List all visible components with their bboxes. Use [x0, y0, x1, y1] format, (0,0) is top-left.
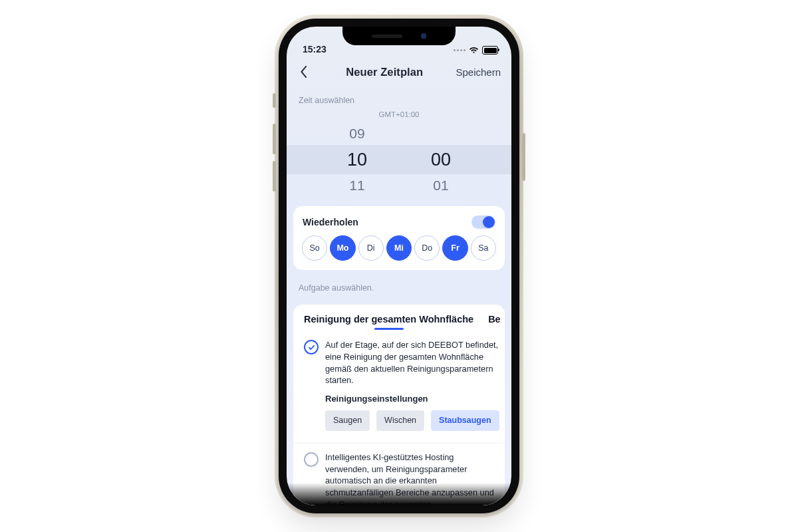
earpiece	[372, 35, 402, 38]
tab-full-clean[interactable]: Reinigung der gesamten Wohnfläche	[304, 314, 473, 325]
timezone-label: GMT+01:00	[287, 110, 511, 118]
day-do[interactable]: Do	[414, 235, 440, 261]
option-ai-hosting[interactable]: Intelligentes KI-gestütztes Hosting verw…	[293, 443, 505, 505]
hour-selected: 10	[344, 150, 370, 170]
radio-checked-icon	[304, 340, 319, 354]
day-so[interactable]: So	[302, 235, 327, 261]
hour-prev: 09	[344, 126, 370, 142]
weekday-picker: So Mo Di Mi Do Fr Sa	[301, 235, 497, 261]
day-fr[interactable]: Fr	[442, 235, 467, 261]
back-button[interactable]	[295, 63, 313, 81]
option-full-clean[interactable]: Auf der Etage, auf der sich DEEBOT befin…	[293, 331, 505, 440]
option-full-text: Auf der Etage, auf der sich DEEBOT befin…	[325, 339, 499, 386]
time-picker[interactable]: 09 1000 1101	[287, 122, 511, 197]
status-time: 15:23	[303, 44, 327, 55]
radio-unchecked-icon	[304, 452, 319, 467]
repeat-toggle[interactable]	[471, 215, 495, 229]
task-section-label: Aufgabe auswählen.	[287, 270, 511, 295]
cellular-icon	[454, 49, 466, 51]
save-button[interactable]: Speichern	[456, 66, 501, 78]
screen: 15:23 Neuer Zeitplan Speichern Zeit ausw…	[287, 27, 511, 505]
day-di[interactable]: Di	[358, 235, 384, 261]
power-button	[522, 133, 525, 181]
option-ai-text: Intelligentes KI-gestütztes Hosting verw…	[325, 452, 494, 505]
task-tabs: Reinigung der gesamten Wohnfläche Be	[293, 305, 505, 331]
cleaning-mode-chips: Saugen Wischen Staubsaugen	[325, 410, 499, 431]
volume-up-button	[273, 124, 276, 154]
page-title: Neuer Zeitplan	[346, 66, 423, 78]
battery-icon	[482, 46, 498, 55]
day-mo[interactable]: Mo	[330, 235, 355, 261]
minute-selected: 00	[428, 150, 454, 170]
notch	[342, 27, 456, 45]
repeat-card: Wiederholen So Mo Di Mi Do Fr Sa	[293, 206, 505, 270]
day-mi[interactable]: Mi	[386, 235, 412, 261]
chevron-left-icon	[300, 66, 308, 78]
chip-wischen[interactable]: Wischen	[376, 410, 424, 431]
day-sa[interactable]: Sa	[471, 235, 496, 261]
cleaning-settings-label: Reinigungseinstellungen	[325, 393, 499, 405]
chip-staubsaugen[interactable]: Staubsaugen	[431, 410, 499, 431]
volume-down-button	[273, 161, 276, 192]
time-section-label: Zeit auswählen	[287, 86, 511, 108]
nav-bar: Neuer Zeitplan Speichern	[287, 56, 511, 86]
mute-switch	[273, 93, 276, 108]
tab-next[interactable]: Be	[488, 314, 501, 325]
chip-saugen[interactable]: Saugen	[325, 410, 370, 431]
task-card: Reinigung der gesamten Wohnfläche Be Auf…	[293, 305, 505, 505]
hour-next: 11	[344, 178, 370, 194]
repeat-label: Wiederholen	[303, 217, 358, 227]
minute-next: 01	[428, 178, 454, 194]
wifi-icon	[469, 47, 479, 54]
phone-frame: 15:23 Neuer Zeitplan Speichern Zeit ausw…	[279, 19, 519, 513]
front-camera	[421, 33, 426, 39]
